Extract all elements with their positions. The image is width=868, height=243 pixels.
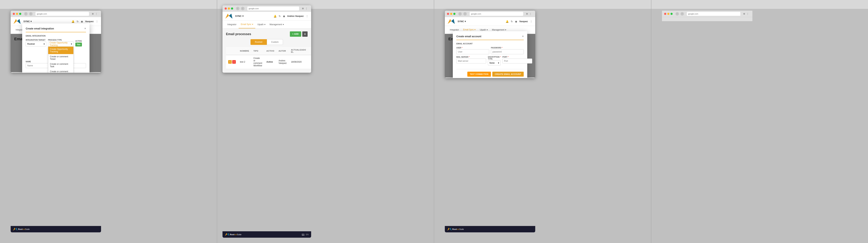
close-window-btn[interactable] <box>13 13 15 15</box>
minimize-window-btn-4[interactable] <box>667 13 670 15</box>
address-bar-1[interactable]: google.com <box>35 12 89 16</box>
panel-top-bar-3 <box>434 0 651 9</box>
integration-target-label: INTEGRATION TARGET <box>26 39 46 41</box>
footer-logo-svg-1 <box>13 227 18 231</box>
cell-tipo: Create or comment Workflow <box>251 55 264 69</box>
notifications-icon[interactable]: 🔔 <box>71 20 74 23</box>
page-content-2: Email processes + ADD ⊞ Rootnet Custom <box>222 29 311 72</box>
dropdown-item-1[interactable]: Create Opportunity Tracking <box>48 47 73 54</box>
nav-email-sync-2[interactable]: Email Sync ▾ <box>239 21 255 28</box>
back-btn-2[interactable]: ‹ <box>236 7 240 10</box>
modal-overlay-1[interactable]: Create email integration × Email integra… <box>11 34 101 72</box>
active-toggle[interactable]: Yes <box>75 42 82 47</box>
delete-row-btn[interactable]: ✕ <box>232 60 236 64</box>
modal-overlay-3[interactable]: Create email account × Email account USE… <box>445 34 535 78</box>
forward-btn[interactable]: › <box>29 12 33 16</box>
menu-icon-2[interactable]: ⋮ <box>305 7 308 10</box>
browser-nav-4: ‹ › <box>676 12 684 16</box>
user-icon[interactable]: ◉ <box>81 20 83 23</box>
notifications-icon-2[interactable]: 🔔 <box>274 15 277 18</box>
sync-button-3[interactable]: SYNC ▾ <box>458 20 466 23</box>
bookmark-icon: ⊕ <box>92 12 94 15</box>
maximize-window-btn-3[interactable] <box>453 13 456 15</box>
grid-view-btn[interactable]: ⊞ <box>302 31 308 37</box>
more-icon-3[interactable]: ⋮ <box>530 20 532 23</box>
col-nombre: NOMBRE <box>238 47 251 55</box>
minimize-window-btn[interactable] <box>16 13 18 15</box>
back-btn[interactable]: ‹ <box>24 12 28 16</box>
forward-btn-2[interactable]: › <box>241 7 245 10</box>
modal-close-3[interactable]: × <box>522 35 524 38</box>
logo-area-3 <box>448 19 455 24</box>
user-name-3: Vasquez <box>519 20 528 23</box>
mail-server-input[interactable] <box>456 59 486 63</box>
process-type-select[interactable]: Create Opportunity Tracking ▾ <box>48 41 73 47</box>
dropdown-item-2[interactable]: Create or comment Ticket <box>48 54 73 62</box>
modal-close-1[interactable]: × <box>84 27 86 30</box>
password-input[interactable] <box>491 49 524 54</box>
forward-btn-4[interactable]: › <box>680 12 684 16</box>
address-bar-3[interactable]: google.com <box>470 12 523 16</box>
close-window-btn-3[interactable] <box>447 13 449 15</box>
edit-row-btn[interactable]: ✎ <box>228 60 232 64</box>
forward-btn-3[interactable]: › <box>463 12 467 16</box>
url-text-2: google.com <box>249 7 259 9</box>
sync-label: SYNC <box>23 20 30 23</box>
user-icon-3[interactable]: ◉ <box>515 20 517 23</box>
svg-marker-8 <box>229 14 232 19</box>
col-actions <box>226 47 238 55</box>
reload-icon[interactable]: ↻ <box>76 20 79 23</box>
port-input[interactable] <box>502 59 532 63</box>
more-icon[interactable]: ⋮ <box>96 20 98 23</box>
dropdown-item-4[interactable]: Create or comment Workflow <box>48 69 73 73</box>
panel-top-bar-1 <box>0 0 217 9</box>
lang-es-btn[interactable]: ES <box>302 234 305 236</box>
integration-target-select[interactable]: Rootnet ▾ <box>26 41 46 47</box>
dropdown-item-3[interactable]: Create or comment Task <box>48 62 73 69</box>
minimize-window-btn-3[interactable] <box>450 13 452 15</box>
user-input[interactable] <box>456 49 489 54</box>
encryption-type-select[interactable]: None ▾ <box>488 60 501 65</box>
close-window-btn-4[interactable] <box>664 13 666 15</box>
tab-custom[interactable]: Custom <box>267 39 283 45</box>
add-btn[interactable]: + ADD <box>290 31 301 37</box>
row-more-btn[interactable]: ⋮ <box>310 61 311 63</box>
tab-rootnet[interactable]: Rootnet <box>250 39 267 45</box>
cell-autor: Andres Vasquez <box>276 55 289 69</box>
address-bar-2[interactable]: google.com <box>247 6 299 10</box>
maximize-window-btn-4[interactable] <box>671 13 673 15</box>
email-processes-table: NOMBRE TIPO ACTIVO AUTOR ACTUALIZADO EL <box>226 47 311 69</box>
close-window-btn-2[interactable] <box>225 7 227 9</box>
maximize-window-btn-2[interactable] <box>231 7 233 9</box>
url-text-3: google.com <box>471 13 481 15</box>
sync-button-2[interactable]: SYNC ▾ <box>235 15 244 18</box>
menu-icon[interactable]: ⋮ <box>95 12 97 15</box>
reload-icon-2[interactable]: ↻ <box>279 15 281 18</box>
notifications-icon-3[interactable]: 🔔 <box>506 20 509 23</box>
svg-marker-11 <box>227 233 229 236</box>
menu-icon-4[interactable]: ⋮ <box>747 12 749 15</box>
panel-4: ‹ › google.com ⊕ ⋮ <box>651 0 868 243</box>
address-bar-4[interactable]: google.com <box>687 12 740 16</box>
menu-icon-3[interactable]: ⋮ <box>529 12 532 15</box>
maximize-window-btn[interactable] <box>19 13 21 15</box>
bookmark-icon-4: ⊕ <box>743 12 745 15</box>
traffic-lights-3 <box>447 13 456 15</box>
test-connection-btn[interactable]: TEST CONNECTION <box>467 72 491 77</box>
create-email-account-btn[interactable]: CREATE EMAIL ACCOUNT <box>492 72 524 77</box>
nav-integrator-2[interactable]: Integrator <box>225 21 239 28</box>
user-icon-2[interactable]: ◉ <box>283 15 285 18</box>
nav-management-2[interactable]: Management ▾ <box>268 21 286 28</box>
lang-en-btn[interactable]: EN <box>306 234 308 236</box>
sync-button[interactable]: SYNC ▾ <box>23 20 32 23</box>
minimize-window-btn-2[interactable] <box>228 7 230 9</box>
more-icon-2[interactable]: ⋮ <box>306 15 308 18</box>
footer-logo-2: RootnetSuite <box>225 233 242 236</box>
header-icons-2: 🔔 ↻ ◉ Andres Vasquez ⋮ <box>274 15 308 18</box>
footer-logo-svg-2 <box>225 233 229 236</box>
back-btn-4[interactable]: ‹ <box>676 12 679 16</box>
back-btn-3[interactable]: ‹ <box>458 12 462 16</box>
nav-uipath-2[interactable]: Uipath ▾ <box>255 21 268 28</box>
svg-marker-14 <box>451 19 455 24</box>
reload-icon-3[interactable]: ↻ <box>511 20 513 23</box>
